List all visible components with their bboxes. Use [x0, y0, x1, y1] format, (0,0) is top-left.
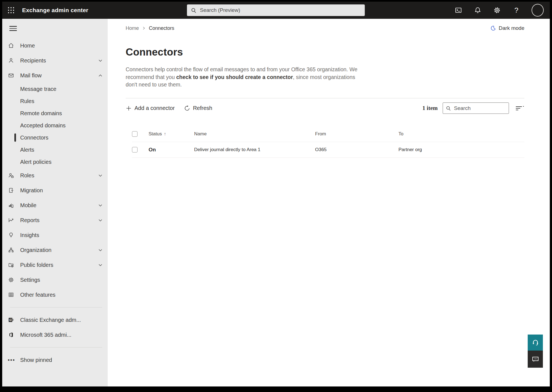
sidebar-item-label: Roles	[20, 172, 34, 179]
feedback-button[interactable]	[528, 351, 543, 368]
sidebar-item-home[interactable]: Home	[2, 38, 108, 53]
sidebar-item-label: Reports	[20, 217, 39, 223]
chevron-down-icon	[98, 248, 103, 252]
home-icon	[8, 42, 14, 49]
sidebar-item-label: Public folders	[20, 262, 53, 268]
select-all-checkbox[interactable]	[132, 131, 138, 137]
hamburger-icon	[9, 25, 17, 32]
column-header-label: Name	[194, 131, 207, 136]
search-icon	[191, 7, 197, 13]
sidebar-item-mail-flow[interactable]: Mail flow	[2, 68, 108, 83]
sidebar-item-label: Alerts	[20, 147, 34, 153]
sidebar-item-label: Other features	[20, 292, 56, 298]
gear-icon	[493, 6, 501, 14]
global-search-box[interactable]	[187, 4, 365, 16]
row-checkbox[interactable]	[132, 147, 138, 152]
column-header-status[interactable]: Status↑	[149, 131, 194, 137]
column-header-name[interactable]: Name	[194, 131, 315, 137]
add-connector-button[interactable]: Add a connector	[126, 105, 175, 111]
gear-icon	[8, 277, 14, 283]
sidebar-item-settings[interactable]: Settings	[2, 272, 108, 287]
item-count: 1 item	[422, 105, 438, 112]
plus-icon	[126, 105, 132, 111]
moon-icon	[490, 25, 496, 31]
sidebar-item-remote-domains[interactable]: Remote domains	[2, 107, 108, 119]
list-toolbar: Add a connector Refresh 1 item	[126, 98, 524, 118]
filter-lines-icon	[515, 105, 524, 112]
sidebar-item-classic-exchange[interactable]: E Classic Exchange adm...	[2, 312, 108, 327]
column-header-from[interactable]: From	[315, 131, 398, 137]
app-launcher-button[interactable]	[2, 2, 20, 19]
breadcrumb-home-link[interactable]: Home	[126, 25, 139, 31]
org-chart-icon	[8, 247, 14, 253]
settings-button[interactable]	[493, 6, 501, 14]
sidebar-item-insights[interactable]: Insights	[2, 228, 108, 243]
connector-from: O365	[315, 147, 327, 152]
help-button[interactable]: ?	[512, 6, 521, 14]
global-search-input[interactable]	[200, 7, 361, 13]
headset-icon	[531, 338, 540, 347]
table-row[interactable]: On Deliver journal directly to Area 1 O3…	[132, 142, 524, 158]
terminal-button[interactable]	[454, 6, 463, 14]
table-icon	[8, 291, 14, 298]
check-connector-link[interactable]: check to see if you should create a conn…	[176, 74, 293, 80]
sidebar-item-mobile[interactable]: Mobile	[2, 198, 108, 213]
sidebar-item-label: Organization	[20, 247, 51, 253]
app-window: Exchange admin center ?	[2, 2, 550, 386]
add-connector-label: Add a connector	[134, 105, 175, 111]
sidebar-item-alerts[interactable]: Alerts	[2, 144, 108, 156]
app-title: Exchange admin center	[22, 7, 88, 14]
filter-button[interactable]	[515, 104, 524, 112]
sidebar-item-migration[interactable]: Migration	[2, 183, 108, 198]
sidebar-item-label: Insights	[20, 232, 39, 238]
column-header-label: Status	[149, 131, 162, 136]
sidebar-item-public-folders[interactable]: Public folders	[2, 257, 108, 272]
table-header-row: Status↑ Name From To	[132, 127, 524, 142]
top-bar: Exchange admin center ?	[2, 2, 550, 19]
sidebar-item-recipients[interactable]: Recipients	[2, 53, 108, 68]
chevron-down-icon	[98, 263, 103, 267]
sidebar-item-message-trace[interactable]: Message trace	[2, 83, 108, 95]
sidebar-item-connectors[interactable]: Connectors	[2, 131, 108, 144]
sidebar-item-organization[interactable]: Organization	[2, 243, 108, 257]
refresh-label: Refresh	[193, 105, 212, 111]
connector-status: On	[149, 147, 156, 152]
chevron-down-icon	[98, 173, 103, 178]
left-nav: Home Recipients Mail flow Message trace …	[2, 19, 108, 386]
dark-mode-toggle[interactable]: Dark mode	[490, 25, 524, 31]
reports-icon	[8, 217, 14, 223]
app-launcher-icon	[8, 7, 14, 13]
refresh-button[interactable]: Refresh	[184, 105, 212, 111]
selected-indicator	[14, 133, 16, 142]
sidebar-item-alert-policies[interactable]: Alert policies	[2, 156, 108, 168]
show-pinned-button[interactable]: ••• Show pinned	[2, 352, 108, 367]
support-button[interactable]	[528, 335, 543, 351]
sidebar-item-label: Message trace	[20, 86, 56, 92]
column-header-label: From	[315, 131, 326, 136]
sidebar-item-other-features[interactable]: Other features	[2, 287, 108, 302]
sidebar-item-accepted-domains[interactable]: Accepted domains	[2, 119, 108, 131]
sidebar-item-label: Alert policies	[20, 159, 51, 165]
chevron-down-icon	[98, 203, 103, 208]
list-search-input[interactable]	[454, 105, 506, 111]
sidebar-item-rules[interactable]: Rules	[2, 95, 108, 107]
sidebar-item-label: Remote domains	[20, 110, 62, 117]
notifications-button[interactable]	[474, 6, 482, 14]
divider	[10, 347, 102, 348]
sidebar-item-roles[interactable]: Roles	[2, 168, 108, 183]
microsoft365-logo-icon	[8, 332, 14, 338]
connector-name-link[interactable]: Deliver journal directly to Area 1	[194, 147, 260, 152]
search-icon	[446, 106, 451, 111]
lightbulb-icon	[8, 232, 14, 238]
list-search-box[interactable]	[443, 102, 509, 114]
column-header-to[interactable]: To	[398, 131, 524, 137]
nav-collapse-button[interactable]	[2, 19, 108, 38]
topbar-actions: ?	[454, 4, 550, 17]
sidebar-item-label: Classic Exchange adm...	[20, 317, 81, 323]
sidebar-item-microsoft-365[interactable]: Microsoft 365 admi...	[2, 327, 108, 342]
account-avatar[interactable]	[532, 4, 544, 17]
page-description: Connectors help control the flow of emai…	[126, 66, 359, 89]
sidebar-item-reports[interactable]: Reports	[2, 213, 108, 228]
breadcrumb: Home Connectors	[126, 25, 174, 31]
sort-ascending-icon: ↑	[164, 131, 166, 136]
